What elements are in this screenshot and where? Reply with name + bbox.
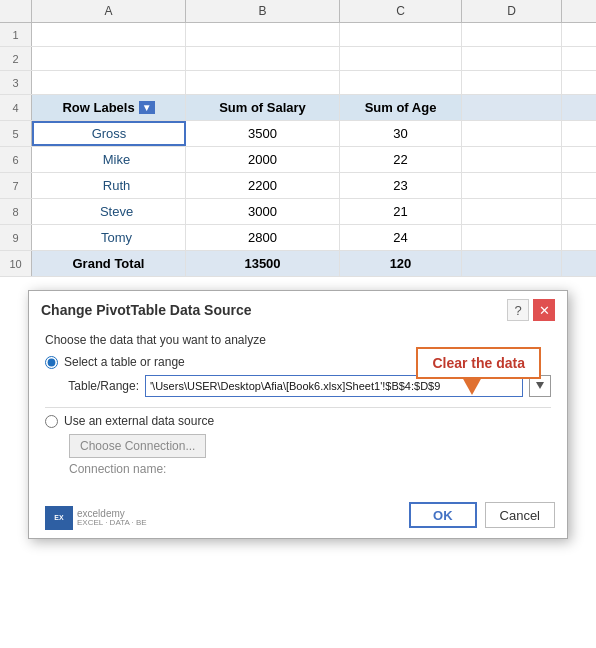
logo-icon: EX — [45, 506, 73, 530]
cell-sum-salary: Sum of Salary — [186, 95, 340, 120]
callout-arrow — [462, 377, 482, 395]
row-number: 5 — [0, 121, 32, 146]
table-range-row: Table/Range: Clear the data — [63, 375, 551, 397]
cell-gross[interactable]: Gross — [32, 121, 186, 146]
dialog-footer: EX exceldemy EXCEL · DATA · BE OK Cancel — [29, 498, 567, 538]
col-header-c: C — [340, 0, 462, 22]
column-headers: A B C D — [0, 0, 596, 23]
cell-a2[interactable] — [32, 47, 186, 70]
svg-marker-0 — [536, 382, 544, 389]
dialog-subtitle: Choose the data that you want to analyze — [45, 333, 551, 347]
cell-b2[interactable] — [186, 47, 340, 70]
cell-tomy[interactable]: Tomy — [32, 225, 186, 250]
dialog-titlebar: Change PivotTable Data Source ? ✕ — [29, 291, 567, 325]
dialog-body: Choose the data that you want to analyze… — [29, 325, 567, 498]
pivot-gross-row: 5 Gross 3500 30 — [0, 121, 596, 147]
table-row: 3 — [0, 71, 596, 95]
choose-connection-button[interactable]: Choose Connection... — [69, 434, 206, 458]
cell-d5[interactable] — [462, 121, 562, 146]
table-row: 7 Ruth 2200 23 — [0, 173, 596, 199]
dropdown-icon[interactable]: ▼ — [139, 101, 155, 114]
cell-ruth-salary: 2200 — [186, 173, 340, 198]
cell-b1[interactable] — [186, 23, 340, 46]
cell-sum-age: Sum of Age — [340, 95, 462, 120]
logo-inner-text: EX — [54, 514, 63, 522]
row-number: 2 — [0, 47, 32, 70]
cell-d7[interactable] — [462, 173, 562, 198]
choose-connection-container: Choose Connection... — [45, 434, 551, 462]
help-button[interactable]: ? — [507, 299, 529, 321]
row-number: 6 — [0, 147, 32, 172]
cell-c2[interactable] — [340, 47, 462, 70]
cell-c1[interactable] — [340, 23, 462, 46]
cell-ruth[interactable]: Ruth — [32, 173, 186, 198]
cell-tomy-age: 24 — [340, 225, 462, 250]
cell-a3[interactable] — [32, 71, 186, 94]
cell-gross-salary: 3500 — [186, 121, 340, 146]
row-number: 10 — [0, 251, 32, 276]
cell-grand-age: 120 — [340, 251, 462, 276]
cell-row-labels[interactable]: Row Labels ▼ — [32, 95, 186, 120]
callout-box: Clear the data — [416, 347, 541, 379]
cell-c3[interactable] — [340, 71, 462, 94]
divider — [45, 407, 551, 408]
cell-mike-salary: 2000 — [186, 147, 340, 172]
change-pivot-dialog: Change PivotTable Data Source ? ✕ Choose… — [28, 290, 568, 539]
cell-d9[interactable] — [462, 225, 562, 250]
cell-mike-age: 22 — [340, 147, 462, 172]
footer-logo: EX exceldemy EXCEL · DATA · BE — [45, 506, 147, 530]
grand-total-row: 10 Grand Total 13500 120 — [0, 251, 596, 277]
cell-ruth-age: 23 — [340, 173, 462, 198]
radio-external-source: Use an external data source — [45, 414, 551, 428]
cell-a1[interactable] — [32, 23, 186, 46]
table-row: 8 Steve 3000 21 — [0, 199, 596, 225]
connection-name-label: Connection name: — [69, 462, 551, 476]
cell-steve[interactable]: Steve — [32, 199, 186, 224]
cell-tomy-salary: 2800 — [186, 225, 340, 250]
cell-grand-total: Grand Total — [32, 251, 186, 276]
col-header-b: B — [186, 0, 340, 22]
cell-steve-age: 21 — [340, 199, 462, 224]
table-range-label: Table/Range: — [63, 379, 139, 393]
dialog-title: Change PivotTable Data Source — [41, 302, 507, 318]
radio-select-table-label: Select a table or range — [64, 355, 185, 369]
ok-button[interactable]: OK — [409, 502, 477, 528]
radio-select-table-input[interactable] — [45, 356, 58, 369]
cell-d10[interactable] — [462, 251, 562, 276]
table-row: 6 Mike 2000 22 — [0, 147, 596, 173]
row-number: 1 — [0, 23, 32, 46]
table-row: 1 — [0, 23, 596, 47]
cell-b3[interactable] — [186, 71, 340, 94]
radio-external-input[interactable] — [45, 415, 58, 428]
cell-d6[interactable] — [462, 147, 562, 172]
cancel-button[interactable]: Cancel — [485, 502, 555, 528]
cell-d2[interactable] — [462, 47, 562, 70]
cell-d1[interactable] — [462, 23, 562, 46]
callout-text: Clear the data — [432, 355, 525, 371]
pivot-header-row: 4 Row Labels ▼ Sum of Salary Sum of Age — [0, 95, 596, 121]
row-number: 8 — [0, 199, 32, 224]
cell-d3[interactable] — [462, 71, 562, 94]
corner-cell — [0, 0, 32, 22]
col-header-d: D — [462, 0, 562, 22]
cell-grand-salary: 13500 — [186, 251, 340, 276]
dialog-controls: ? ✕ — [507, 299, 555, 321]
cell-steve-salary: 3000 — [186, 199, 340, 224]
logo-text: exceldemy EXCEL · DATA · BE — [77, 508, 147, 528]
cell-mike[interactable]: Mike — [32, 147, 186, 172]
row-number: 9 — [0, 225, 32, 250]
radio-external-label: Use an external data source — [64, 414, 214, 428]
row-number: 4 — [0, 95, 32, 120]
table-row: 2 — [0, 47, 596, 71]
cell-d8[interactable] — [462, 199, 562, 224]
cell-d4[interactable] — [462, 95, 562, 120]
table-row: 9 Tomy 2800 24 — [0, 225, 596, 251]
row-number: 7 — [0, 173, 32, 198]
close-button[interactable]: ✕ — [533, 299, 555, 321]
row-number: 3 — [0, 71, 32, 94]
cell-gross-age: 30 — [340, 121, 462, 146]
col-header-a: A — [32, 0, 186, 22]
